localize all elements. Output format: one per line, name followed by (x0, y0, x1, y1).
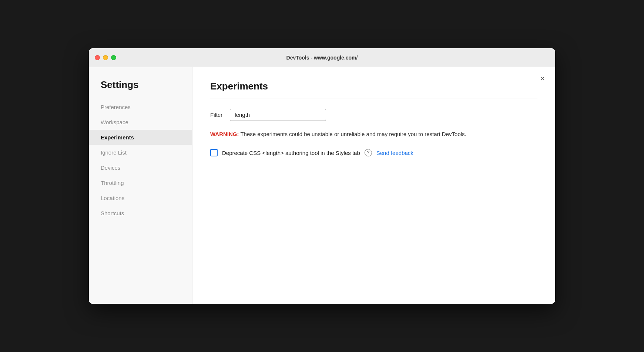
titlebar: DevTools - www.google.com/ (89, 48, 555, 67)
close-button[interactable]: × (539, 73, 546, 84)
divider (210, 98, 537, 98)
filter-label: Filter (210, 112, 222, 118)
experiment-label: Deprecate CSS <length> authoring tool in… (222, 150, 360, 156)
titlebar-title: DevTools - www.google.com/ (286, 55, 358, 61)
warning-message: These experiments could be unstable or u… (239, 131, 466, 137)
sidebar-item-shortcuts[interactable]: Shortcuts (89, 206, 192, 221)
content-area: Settings Preferences Workspace Experimen… (89, 67, 555, 304)
sidebar-item-workspace[interactable]: Workspace (89, 115, 192, 130)
filter-input[interactable] (230, 109, 326, 121)
panel-title: Experiments (210, 81, 537, 92)
sidebar-item-preferences[interactable]: Preferences (89, 99, 192, 115)
sidebar-item-locations[interactable]: Locations (89, 190, 192, 206)
devtools-window: DevTools - www.google.com/ Settings Pref… (89, 48, 555, 304)
sidebar-item-ignore-list[interactable]: Ignore List (89, 145, 192, 160)
traffic-lights (95, 55, 116, 60)
sidebar-heading: Settings (89, 79, 192, 99)
sidebar-item-throttling[interactable]: Throttling (89, 175, 192, 190)
warning-keyword: WARNING: (210, 131, 239, 137)
send-feedback-link[interactable]: Send feedback (376, 150, 413, 156)
sidebar: Settings Preferences Workspace Experimen… (89, 67, 192, 304)
filter-row: Filter (210, 109, 537, 121)
sidebar-item-experiments[interactable]: Experiments (89, 130, 192, 145)
experiment-checkbox[interactable] (210, 149, 218, 156)
warning-text: WARNING: These experiments could be unst… (210, 130, 537, 139)
main-panel: × Experiments Filter WARNING: These expe… (192, 67, 555, 304)
minimize-traffic-light[interactable] (103, 55, 108, 60)
sidebar-item-devices[interactable]: Devices (89, 160, 192, 175)
close-traffic-light[interactable] (95, 55, 100, 60)
experiment-row: Deprecate CSS <length> authoring tool in… (210, 149, 537, 156)
maximize-traffic-light[interactable] (111, 55, 116, 60)
help-icon[interactable]: ? (365, 149, 372, 156)
